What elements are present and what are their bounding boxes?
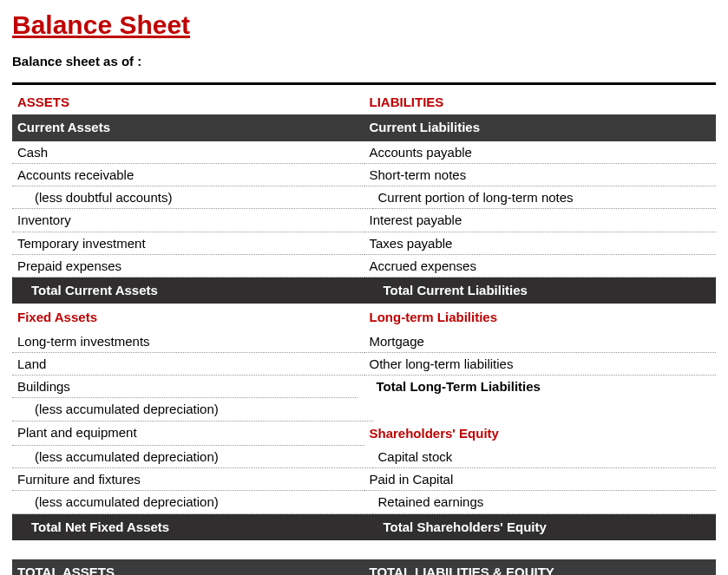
asset-item: (less accumulated depreciation) — [12, 398, 373, 421]
total-current-assets: Total Current Assets — [12, 278, 364, 304]
top-rule — [12, 82, 716, 85]
liability-item: Other long-term liabilities — [364, 353, 717, 376]
table-row: Furniture and fixtures Paid in Capital — [12, 468, 716, 491]
liability-item: Current portion of long-term notes — [373, 186, 717, 209]
table-row: Inventory Interest payable — [12, 209, 716, 232]
fixed-assets-header: Fixed Assets — [12, 304, 364, 330]
table-row: Cash Accounts payable — [12, 141, 716, 164]
liability-item: Interest payable — [364, 209, 717, 232]
total-assets: TOTAL ASSETS — [12, 559, 364, 575]
long-term-liabilities-header: Long-term Liabilities — [364, 304, 717, 330]
asset-item: Long-term investments — [12, 330, 364, 353]
as-of-subtitle: Balance sheet as of : — [12, 54, 716, 69]
liability-item: Taxes payable — [364, 232, 717, 255]
table-row: Buildings Total Long-Term Liabilities — [12, 376, 716, 398]
equity-item: Retained earnings — [373, 491, 717, 513]
table-row: Land Other long-term liabilities — [12, 353, 716, 376]
table-row: Accounts receivable Short-term notes — [12, 164, 716, 186]
total-shareholders-equity: Total Shareholders' Equity — [364, 514, 717, 540]
asset-item: (less doubtful accounts) — [12, 186, 373, 209]
asset-item: Cash — [12, 141, 364, 164]
page-title: Balance Sheet — [12, 10, 716, 40]
asset-item: Prepaid expenses — [12, 255, 364, 278]
total-liabilities-equity: TOTAL LIABILITIES & EQUITY — [364, 559, 717, 575]
liability-item: Accounts payable — [364, 141, 717, 164]
total-net-fixed-assets: Total Net Fixed Assets — [12, 514, 364, 540]
table-row: (less accumulated depreciation) Retained… — [12, 491, 716, 513]
total-current-liabilities: Total Current Liabilities — [364, 278, 717, 304]
liabilities-header: LIABILITIES — [364, 90, 717, 114]
asset-item: Temporary investment — [12, 232, 364, 255]
spacer — [12, 540, 716, 559]
table-row: Plant and equipment Shareholders' Equity — [12, 421, 716, 446]
table-row: (less accumulated depreciation) Capital … — [12, 446, 716, 468]
asset-item: Inventory — [12, 209, 364, 232]
asset-item: Accounts receivable — [12, 164, 364, 186]
table-row: Temporary investment Taxes payable — [12, 232, 716, 255]
assets-header: ASSETS — [12, 90, 364, 114]
asset-item: (less accumulated depreciation) — [12, 491, 373, 513]
empty-cell — [373, 398, 717, 421]
asset-item: Plant and equipment — [12, 421, 364, 446]
liability-item: Accrued expenses — [364, 255, 717, 278]
equity-item: Paid in Capital — [364, 468, 717, 491]
equity-item: Capital stock — [373, 446, 717, 468]
table-row: (less accumulated depreciation) — [12, 398, 716, 421]
asset-item: Furniture and fixtures — [12, 468, 364, 491]
asset-item: Land — [12, 353, 364, 376]
table-row: Prepaid expenses Accrued expenses — [12, 255, 716, 278]
asset-item: (less accumulated depreciation) — [12, 446, 373, 468]
liability-item: Mortgage — [364, 330, 717, 353]
asset-item: Buildings — [12, 376, 357, 398]
shareholders-equity-header: Shareholders' Equity — [364, 421, 717, 446]
total-long-term-liabilities: Total Long-Term Liabilities — [357, 376, 717, 398]
liability-item: Short-term notes — [364, 164, 717, 186]
current-liabilities-header: Current Liabilities — [364, 114, 717, 140]
current-assets-header: Current Assets — [12, 114, 364, 140]
table-row: Long-term investments Mortgage — [12, 330, 716, 353]
table-row: (less doubtful accounts) Current portion… — [12, 186, 716, 209]
